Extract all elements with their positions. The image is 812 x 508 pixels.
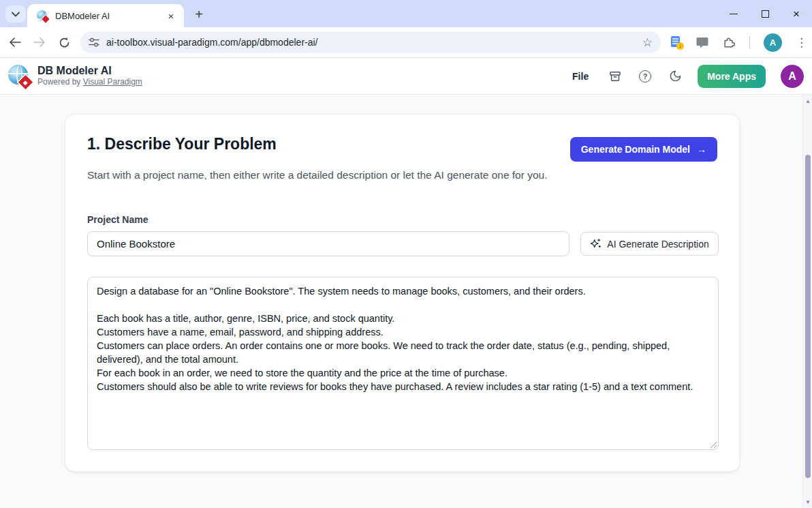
minimize-button[interactable]: [718, 0, 749, 27]
help-icon[interactable]: ?: [638, 69, 653, 84]
page-scrollbar[interactable]: ▲ ▼: [802, 95, 812, 508]
project-name-row: AI Generate Description: [87, 231, 719, 256]
new-tab-button[interactable]: +: [191, 6, 207, 23]
app-header: ◆ DB Modeler AI Powered by Visual Paradi…: [0, 58, 812, 95]
close-button[interactable]: ×: [781, 0, 812, 27]
chevron-down-icon: [12, 12, 20, 17]
arrow-right-icon: →: [697, 144, 706, 155]
toolbar-actions: ↓ A ⋮: [670, 33, 807, 52]
back-button[interactable]: [5, 33, 25, 52]
url-text[interactable]: ai-toolbox.visual-paradigm.com/app/dbmod…: [106, 37, 637, 48]
reload-button[interactable]: [54, 33, 74, 52]
reading-list-icon[interactable]: ↓: [670, 35, 683, 49]
favicon-icon: [37, 10, 48, 22]
back-arrow-icon: [9, 38, 21, 47]
extensions-puzzle-icon[interactable]: [722, 35, 736, 49]
problem-description-wrap: Design a database for an "Online Booksto…: [87, 277, 719, 450]
section-description: Start with a project name, then either w…: [87, 167, 550, 183]
toolbar-separator: [749, 36, 750, 48]
site-settings-icon[interactable]: [89, 38, 99, 47]
address-bar[interactable]: ai-toolbox.visual-paradigm.com/app/dbmod…: [80, 31, 661, 53]
app-user-avatar[interactable]: A: [781, 65, 804, 88]
reload-icon: [59, 37, 70, 48]
forward-button[interactable]: [30, 33, 49, 52]
file-menu[interactable]: File: [568, 68, 593, 85]
app-title: DB Modeler AI: [37, 65, 142, 77]
dark-mode-moon-icon[interactable]: [668, 69, 683, 84]
describe-problem-card: 1. Describe Your Problem Start with a pr…: [65, 114, 740, 472]
window-controls: ×: [718, 0, 812, 27]
ai-generate-description-label: AI Generate Description: [607, 239, 708, 250]
scrollbar-thumb[interactable]: [805, 155, 811, 478]
bookmark-star-icon[interactable]: ☆: [642, 35, 653, 50]
browser-titlebar: DBModeler AI × + ×: [0, 0, 812, 27]
ai-generate-description-button[interactable]: AI Generate Description: [580, 232, 719, 256]
app-titles: DB Modeler AI Powered by Visual Paradigm: [37, 65, 142, 87]
minimize-icon: [730, 14, 738, 14]
tab-search-button[interactable]: [5, 5, 26, 23]
tab-title: DBModeler AI: [55, 11, 165, 21]
scroll-up-icon[interactable]: ▲: [803, 96, 812, 106]
header-actions: File ? More Apps A: [568, 65, 804, 88]
generate-domain-model-label: Generate Domain Model: [581, 144, 690, 155]
visual-paradigm-link[interactable]: Visual Paradigm: [83, 77, 142, 87]
maximize-icon: [762, 10, 769, 18]
section-heading: 1. Describe Your Problem: [87, 135, 277, 153]
more-apps-button[interactable]: More Apps: [698, 65, 766, 88]
project-name-label: Project Name: [87, 214, 148, 225]
page-content: 1. Describe Your Problem Start with a pr…: [0, 95, 812, 508]
app-subtitle: Powered by Visual Paradigm: [37, 77, 142, 87]
comment-icon[interactable]: [696, 37, 708, 48]
tab-close-icon[interactable]: ×: [165, 10, 177, 22]
generate-domain-model-button[interactable]: Generate Domain Model →: [570, 137, 717, 162]
maximize-button[interactable]: [749, 0, 781, 27]
archive-icon[interactable]: [608, 69, 623, 84]
problem-description-textarea[interactable]: Design a database for an "Online Booksto…: [87, 277, 719, 450]
close-icon: ×: [793, 8, 800, 20]
browser-menu-icon[interactable]: ⋮: [796, 35, 807, 50]
project-name-input[interactable]: [87, 231, 569, 256]
browser-profile-avatar[interactable]: A: [764, 33, 782, 52]
browser-tab[interactable]: DBModeler AI ×: [27, 4, 184, 27]
browser-toolbar: ai-toolbox.visual-paradigm.com/app/dbmod…: [0, 27, 812, 58]
visual-paradigm-logo-icon: ◆: [8, 65, 31, 87]
scroll-down-icon[interactable]: ▼: [803, 497, 812, 507]
forward-arrow-icon: [33, 38, 46, 47]
sparkles-icon: [590, 238, 602, 250]
